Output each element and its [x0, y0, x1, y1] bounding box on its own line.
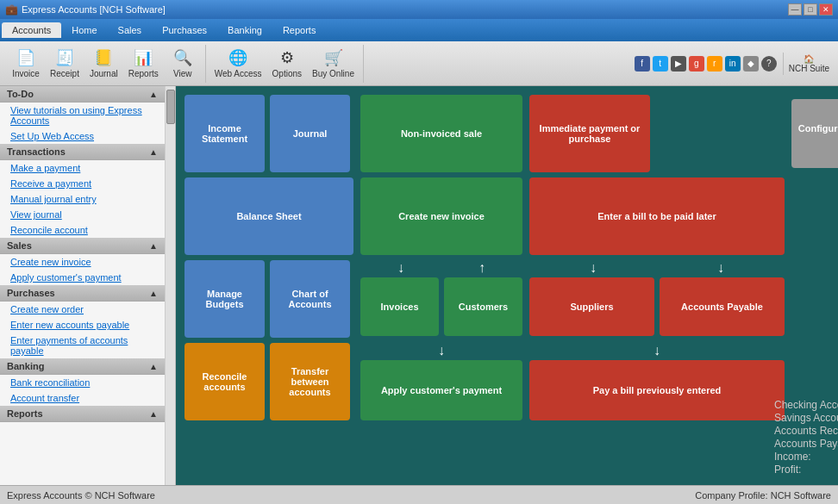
- enter-bill-tile[interactable]: Enter a bill to be paid later: [529, 177, 785, 255]
- invoice-button[interactable]: 📄 Invoice: [7, 46, 45, 82]
- non-invoiced-sale-tile[interactable]: Non-invoiced sale: [360, 95, 522, 172]
- linkedin-icon[interactable]: in: [725, 56, 741, 72]
- social3-icon[interactable]: ▶: [671, 56, 686, 72]
- sidebar-section-sales[interactable]: Sales ▲: [0, 238, 165, 254]
- info-row-savings: Savings Account: $0.00: [774, 412, 838, 424]
- options-icon: ⚙: [280, 48, 294, 67]
- help-icon[interactable]: ?: [761, 56, 777, 72]
- collapse-transactions-icon: ▲: [149, 147, 158, 157]
- journal-button[interactable]: 📒 Journal: [84, 46, 123, 82]
- status-left: Express Accounts © NCH Software: [7, 490, 155, 501]
- status-bar: Express Accounts © NCH Software Company …: [0, 485, 838, 504]
- chart-of-accounts-tile[interactable]: Chart of Accounts: [270, 260, 350, 338]
- sidebar-item-create-order[interactable]: Create new order: [0, 302, 165, 317]
- info-row-ap: Accounts Payable: $0.00: [774, 438, 838, 450]
- sidebar-item-bank-reconciliation[interactable]: Bank reconciliation: [0, 375, 165, 390]
- immediate-payment-tile[interactable]: Immediate payment or purchase: [529, 95, 650, 172]
- info-row-profit: Profit: $48.00: [774, 464, 838, 476]
- accounts-payable-tile[interactable]: Accounts Payable: [660, 277, 785, 336]
- create-new-invoice-tile[interactable]: Create new invoice: [360, 177, 522, 255]
- title-bar: 💼 Express Accounts [NCH Software] — □ ✕: [0, 0, 838, 19]
- sidebar-item-manual-journal[interactable]: Manual journal entry: [0, 191, 165, 207]
- left-column: Income Statement Journal Balance Sheet M…: [184, 95, 353, 476]
- sidebar-item-view-journal[interactable]: View journal: [0, 207, 165, 222]
- collapse-purchases-icon: ▲: [149, 289, 158, 298]
- sidebar-item-account-transfer[interactable]: Account transfer: [0, 390, 165, 406]
- twitter-icon[interactable]: t: [653, 56, 668, 72]
- facebook-icon[interactable]: f: [635, 56, 650, 72]
- transfer-between-accounts-tile[interactable]: Transfer between accounts: [270, 343, 350, 420]
- collapse-sales-icon: ▲: [149, 241, 158, 251]
- menu-bar: Accounts Home Sales Purchases Banking Re…: [0, 19, 838, 41]
- web-access-button[interactable]: 🌐 Web Access: [210, 46, 267, 82]
- menu-home[interactable]: Home: [61, 22, 107, 38]
- main-container: To-Do ▲ View tutorials on using Express …: [0, 86, 838, 485]
- suppliers-tile[interactable]: Suppliers: [529, 277, 654, 336]
- receipt-icon: 🧾: [55, 48, 74, 67]
- scroll-thumb[interactable]: [166, 90, 175, 124]
- title-bar-text: Express Accounts [NCH Software]: [22, 4, 166, 15]
- arrow-down-customer-payment: ↓: [360, 343, 522, 358]
- sidebar-item-create-invoice[interactable]: Create new invoice: [0, 254, 165, 270]
- reports-button[interactable]: 📊 Reports: [123, 46, 164, 82]
- menu-reports[interactable]: Reports: [272, 22, 327, 38]
- invoices-tile[interactable]: Invoices: [360, 277, 439, 336]
- reconcile-accounts-tile[interactable]: Reconcile accounts: [184, 343, 265, 420]
- nch-suite-button[interactable]: 🏠 NCH Suite: [783, 53, 835, 75]
- sidebar-section-banking[interactable]: Banking ▲: [0, 358, 165, 375]
- income-statement-tile[interactable]: Income Statement: [184, 95, 265, 172]
- info-row-ar: Accounts Receivable: $11.00: [774, 425, 838, 437]
- sidebar-section-purchases[interactable]: Purchases ▲: [0, 285, 165, 302]
- close-button[interactable]: ✕: [819, 3, 833, 16]
- maximize-button[interactable]: □: [804, 3, 817, 16]
- arrow-up-invoices: ↑: [478, 260, 485, 277]
- toolbar-group-main: 📄 Invoice 🧾 Receipt 📒 Journal 📊 Reports …: [3, 45, 206, 83]
- configure-tile[interactable]: Configure Express Account (Options): [791, 99, 838, 168]
- balance-sheet-tile[interactable]: Balance Sheet: [184, 177, 353, 255]
- sidebar-item-receive-payment[interactable]: Receive a payment: [0, 176, 165, 191]
- sidebar-item-make-payment[interactable]: Make a payment: [0, 160, 165, 176]
- collapse-todo-icon: ▲: [149, 90, 158, 99]
- menu-banking[interactable]: Banking: [217, 22, 272, 38]
- arrow-down-suppliers: ↓: [590, 260, 597, 277]
- sidebar-item-web-access[interactable]: Set Up Web Access: [0, 128, 165, 144]
- sidebar-section-transactions[interactable]: Transactions ▲: [0, 144, 165, 160]
- manage-budgets-tile[interactable]: Manage Budgets: [184, 260, 265, 338]
- sidebar-item-accounts-payable-enter[interactable]: Enter new accounts payable: [0, 317, 165, 333]
- invoice-icon: 📄: [16, 48, 35, 67]
- journal-icon: 📒: [94, 48, 113, 67]
- options-button[interactable]: ⚙ Options: [267, 46, 307, 82]
- arrow-down-pay-bill: ↓: [529, 343, 785, 358]
- buy-online-icon: 🛒: [324, 48, 343, 67]
- menu-sales[interactable]: Sales: [108, 22, 153, 38]
- google-icon[interactable]: g: [689, 56, 704, 72]
- sidebar-scrollbar[interactable]: [166, 86, 176, 485]
- rss-icon[interactable]: r: [707, 56, 722, 72]
- pay-bill-tile[interactable]: Pay a bill previously entered: [529, 360, 785, 420]
- social7-icon[interactable]: ◆: [743, 56, 759, 72]
- journal-tile[interactable]: Journal: [270, 95, 350, 172]
- info-row-checking: Checking Account: $1,046.50: [774, 399, 838, 411]
- sidebar-section-reports[interactable]: Reports ▲: [0, 406, 165, 422]
- minimize-button[interactable]: —: [788, 3, 802, 16]
- view-icon: 🔍: [173, 48, 192, 67]
- menu-accounts[interactable]: Accounts: [2, 22, 61, 38]
- receipt-button[interactable]: 🧾 Receipt: [45, 46, 84, 82]
- view-button[interactable]: 🔍 View: [164, 46, 202, 82]
- middle-column: Non-invoiced sale Create new invoice ↓ ↑: [360, 95, 522, 476]
- buy-online-button[interactable]: 🛒 Buy Online: [307, 46, 360, 82]
- web-icon: 🌐: [228, 48, 247, 67]
- collapse-banking-icon: ▲: [149, 362, 158, 371]
- right-column: Immediate payment or purchase Enter a bi…: [529, 95, 785, 476]
- sidebar-item-tutorials[interactable]: View tutorials on using Express Accounts: [0, 103, 165, 128]
- sidebar-item-enter-payments[interactable]: Enter payments of accounts payable: [0, 333, 165, 358]
- toolbar: 📄 Invoice 🧾 Receipt 📒 Journal 📊 Reports …: [0, 41, 838, 86]
- sidebar-item-reconcile[interactable]: Reconcile account: [0, 222, 165, 238]
- menu-purchases[interactable]: Purchases: [152, 22, 217, 38]
- app-icon: 💼: [5, 3, 18, 16]
- arrow-down-invoices: ↓: [397, 260, 404, 277]
- customers-tile[interactable]: Customers: [444, 277, 522, 336]
- apply-customer-payment-tile[interactable]: Apply customer's payment: [360, 360, 522, 420]
- sidebar-section-todo[interactable]: To-Do ▲: [0, 86, 165, 103]
- sidebar-item-apply-payment[interactable]: Apply customer's payment: [0, 270, 165, 285]
